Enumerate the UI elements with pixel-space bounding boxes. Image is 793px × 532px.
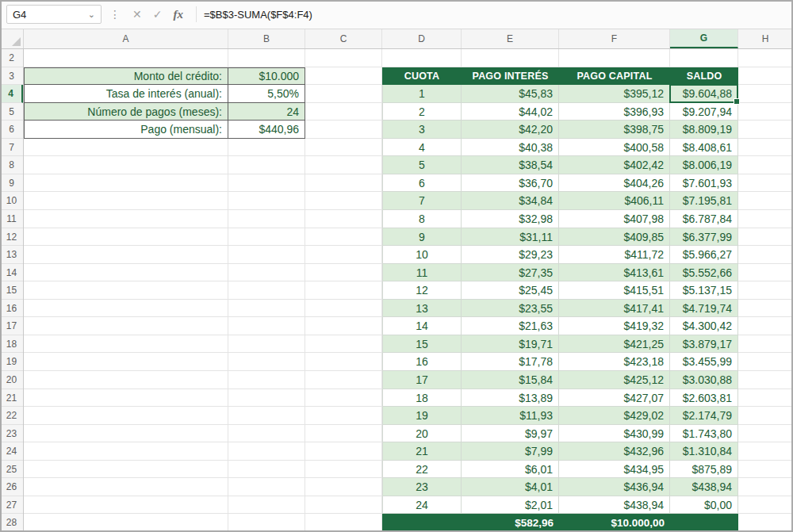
cell-D14[interactable]: 11 <box>382 264 462 281</box>
cell-G20[interactable]: $3.030,88 <box>670 371 738 389</box>
cell-D9[interactable]: 6 <box>382 174 462 192</box>
cell-E11[interactable]: $32,98 <box>462 210 559 228</box>
cell-G19[interactable]: $3.455,99 <box>670 353 738 371</box>
cell-G6[interactable]: $8.809,19 <box>670 121 738 139</box>
row-header-6[interactable]: 6 <box>0 121 23 139</box>
cell-G26[interactable]: $438,94 <box>670 478 738 496</box>
cell-G14[interactable]: $5.552,66 <box>670 264 738 281</box>
cell-F10[interactable]: $406,11 <box>559 192 670 210</box>
cell-E23[interactable]: $9,97 <box>462 425 559 442</box>
cell-D10[interactable]: 7 <box>382 192 462 210</box>
cell-F20[interactable]: $425,12 <box>559 371 670 389</box>
cell-E15[interactable]: $25,45 <box>462 281 559 300</box>
cell-D8[interactable]: 5 <box>382 156 462 174</box>
cell-A6[interactable]: Pago (mensual): <box>24 121 228 139</box>
cell-D25[interactable]: 22 <box>382 461 462 478</box>
cell-A3[interactable]: Monto del crédito: <box>24 67 228 85</box>
cell-D16[interactable]: 13 <box>382 300 462 317</box>
row-header-14[interactable]: 14 <box>0 264 23 281</box>
cell-F13[interactable]: $411,72 <box>559 246 670 264</box>
cell-G3[interactable]: SALDO <box>670 67 738 85</box>
cell-F24[interactable]: $432,96 <box>559 442 670 461</box>
cell-E14[interactable]: $27,35 <box>462 264 559 281</box>
cell-G9[interactable]: $7.601,93 <box>670 174 738 192</box>
name-box[interactable]: G4 ⌄ <box>6 5 102 24</box>
cell-B3[interactable]: $10.000 <box>228 67 305 85</box>
row-header-4[interactable]: 4 <box>0 85 23 103</box>
row-header-11[interactable]: 11 <box>0 210 23 228</box>
cell-D28[interactable] <box>382 514 462 532</box>
row-header-27[interactable]: 27 <box>0 496 23 514</box>
cell-F8[interactable]: $402,42 <box>559 156 670 174</box>
cell-E27[interactable]: $2,01 <box>462 496 559 514</box>
row-header-15[interactable]: 15 <box>0 281 23 300</box>
row-header-17[interactable]: 17 <box>0 317 23 335</box>
row-header-21[interactable]: 21 <box>0 389 23 407</box>
cell-B5[interactable]: 24 <box>228 103 305 121</box>
cell-F16[interactable]: $417,41 <box>559 300 670 317</box>
cell-G24[interactable]: $1.310,84 <box>670 442 738 461</box>
cell-D23[interactable]: 20 <box>382 425 462 442</box>
cell-E4[interactable]: $45,83 <box>462 85 559 103</box>
cell-E21[interactable]: $13,89 <box>462 389 559 407</box>
accept-icon[interactable]: ✓ <box>153 8 163 21</box>
cell-G23[interactable]: $1.743,80 <box>670 425 738 442</box>
cell-G13[interactable]: $5.966,27 <box>670 246 738 264</box>
cell-D5[interactable]: 2 <box>382 103 462 121</box>
cell-F7[interactable]: $400,58 <box>559 139 670 156</box>
cell-F28[interactable]: $10.000,00 <box>559 514 670 532</box>
row-header-18[interactable]: 18 <box>0 335 23 353</box>
column-header-E[interactable]: E <box>462 29 559 48</box>
row-header-9[interactable]: 9 <box>0 174 23 192</box>
cell-D3[interactable]: CUOTA <box>382 67 462 85</box>
cell-F9[interactable]: $404,26 <box>559 174 670 192</box>
cell-E17[interactable]: $21,63 <box>462 317 559 335</box>
cell-D24[interactable]: 21 <box>382 442 462 461</box>
row-header-28[interactable]: 28 <box>0 514 23 532</box>
cell-E9[interactable]: $36,70 <box>462 174 559 192</box>
cell-D21[interactable]: 18 <box>382 389 462 407</box>
row-header-19[interactable]: 19 <box>0 353 23 371</box>
column-header-H[interactable]: H <box>738 29 793 48</box>
cell-G5[interactable]: $9.207,94 <box>670 103 738 121</box>
cell-G4[interactable]: $9.604,88 <box>670 85 738 103</box>
cell-D17[interactable]: 14 <box>382 317 462 335</box>
row-header-12[interactable]: 12 <box>0 228 23 246</box>
row-header-20[interactable]: 20 <box>0 371 23 389</box>
cell-E25[interactable]: $6,01 <box>462 461 559 478</box>
select-all-button[interactable] <box>0 29 24 48</box>
cell-F17[interactable]: $419,32 <box>559 317 670 335</box>
cell-G8[interactable]: $8.006,19 <box>670 156 738 174</box>
cell-G11[interactable]: $6.787,84 <box>670 210 738 228</box>
cell-F3[interactable]: PAGO CAPITAL <box>559 67 670 85</box>
more-options-icon[interactable]: ⋮ <box>109 8 121 21</box>
cell-G7[interactable]: $8.408,61 <box>670 139 738 156</box>
cell-E28[interactable]: $582,96 <box>462 514 559 532</box>
cell-D12[interactable]: 9 <box>382 228 462 246</box>
cell-G16[interactable]: $4.719,74 <box>670 300 738 317</box>
cell-A5[interactable]: Número de pagos (meses): <box>24 103 228 121</box>
cell-G22[interactable]: $2.174,79 <box>670 407 738 425</box>
cell-D20[interactable]: 17 <box>382 371 462 389</box>
cell-G28[interactable] <box>670 514 738 532</box>
cell-E24[interactable]: $7,99 <box>462 442 559 461</box>
cell-D19[interactable]: 16 <box>382 353 462 371</box>
cell-F12[interactable]: $409,85 <box>559 228 670 246</box>
column-header-F[interactable]: F <box>559 29 670 48</box>
cell-E5[interactable]: $44,02 <box>462 103 559 121</box>
cell-B6[interactable]: $440,96 <box>228 121 305 139</box>
cell-F6[interactable]: $398,75 <box>559 121 670 139</box>
cell-F11[interactable]: $407,98 <box>559 210 670 228</box>
row-header-3[interactable]: 3 <box>0 67 23 85</box>
chevron-down-icon[interactable]: ⌄ <box>88 10 95 19</box>
cell-G15[interactable]: $5.137,15 <box>670 281 738 300</box>
cell-D13[interactable]: 10 <box>382 246 462 264</box>
formula-input[interactable]: =$B$3-SUMA($F$4:F4) <box>204 9 312 21</box>
cell-D27[interactable]: 24 <box>382 496 462 514</box>
cell-A4[interactable]: Tasa de interés (anual): <box>24 85 228 103</box>
cell-F25[interactable]: $434,95 <box>559 461 670 478</box>
cell-F19[interactable]: $423,18 <box>559 353 670 371</box>
cell-E3[interactable]: PAGO INTERÉS <box>462 67 559 85</box>
cell-E6[interactable]: $42,20 <box>462 121 559 139</box>
row-header-2[interactable]: 2 <box>0 49 23 67</box>
